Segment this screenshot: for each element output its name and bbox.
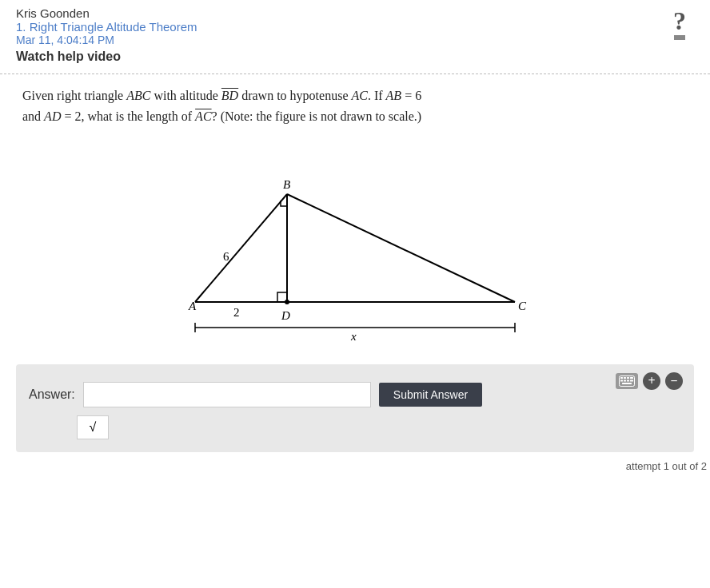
help-question-mark[interactable]: ? <box>673 8 686 34</box>
svg-rect-6 <box>624 380 626 382</box>
problem-text: Given right triangle ABC with altitude B… <box>0 85 710 126</box>
problem-line1: Given right triangle ABC with altitude B… <box>22 85 688 106</box>
line-ab <box>195 194 287 302</box>
answer-section: + − Answer: Submit Answer √ <box>16 364 694 452</box>
watch-help-link[interactable]: Watch help video <box>16 50 121 64</box>
zoom-out-button[interactable]: − <box>665 372 683 390</box>
diagram-container: A B C D 6 2 x <box>0 142 710 350</box>
label-a: A <box>188 300 197 312</box>
attempt-text: attempt 1 out of 2 <box>0 460 710 472</box>
student-name: Kris Goonden <box>16 6 694 20</box>
answer-input[interactable] <box>83 382 371 407</box>
help-icon-container: ? <box>665 8 694 40</box>
svg-rect-8 <box>630 380 633 382</box>
label-2: 2 <box>233 306 240 319</box>
section-divider <box>0 74 710 74</box>
svg-rect-1 <box>620 377 623 379</box>
label-x: x <box>350 330 357 343</box>
header-section: Kris Goonden 1. Right Triangle Altitude … <box>0 0 710 69</box>
answer-label: Answer: <box>29 387 75 402</box>
page-container: Kris Goonden 1. Right Triangle Altitude … <box>0 0 710 588</box>
answer-toolbar: + − <box>616 372 683 390</box>
svg-rect-5 <box>620 380 623 382</box>
zoom-in-button[interactable]: + <box>643 372 660 390</box>
sqrt-button[interactable]: √ <box>77 415 109 439</box>
help-icon-base <box>674 35 685 40</box>
svg-rect-3 <box>627 377 629 379</box>
problem-title: 1. Right Triangle Altitude Theorem <box>16 20 694 34</box>
svg-rect-2 <box>624 377 626 379</box>
label-c: C <box>518 300 527 312</box>
answer-row: Answer: Submit Answer <box>29 382 681 407</box>
triangle-diagram: A B C D 6 2 x <box>147 142 563 350</box>
label-6: 6 <box>223 250 229 263</box>
svg-rect-9 <box>622 383 632 384</box>
svg-rect-4 <box>630 377 633 379</box>
submit-answer-button[interactable]: Submit Answer <box>379 383 482 407</box>
problem-line2: and AD = 2, what is the length of AC? (N… <box>22 106 688 127</box>
point-d <box>285 300 289 304</box>
line-bc <box>287 194 515 302</box>
label-b: B <box>283 178 290 191</box>
svg-rect-7 <box>627 380 629 382</box>
problem-date: Mar 11, 4:04:14 PM <box>16 34 694 46</box>
keyboard-icon[interactable] <box>616 373 638 389</box>
label-d: D <box>281 309 290 322</box>
keyboard-svg <box>619 375 635 387</box>
